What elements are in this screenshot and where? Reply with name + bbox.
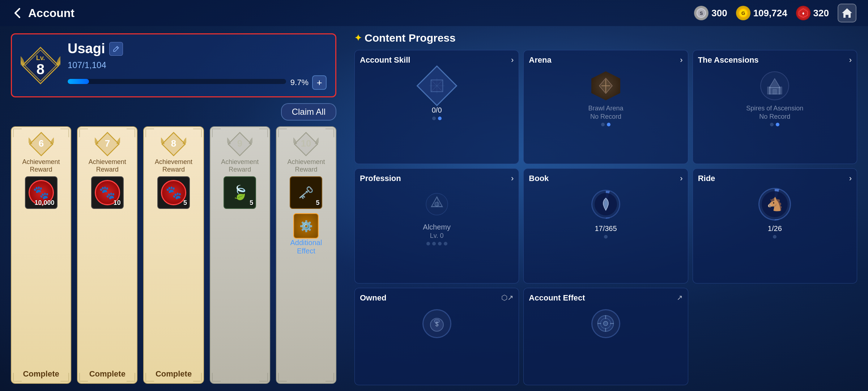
additional-effect-label: Additional Effect xyxy=(280,239,332,255)
top-bar: Account S 300 G 109,724 ♦ 320 xyxy=(0,0,868,26)
ascensions-icon-container xyxy=(757,68,793,104)
reward-label-7: Achievement Reward xyxy=(81,158,133,173)
account-skill-icon xyxy=(419,68,455,104)
left-panel: Lv. 8 Usagi 107/1,104 xyxy=(0,26,347,391)
svg-marker-6 xyxy=(842,8,852,18)
progress-card-owned[interactable]: Owned ⬡↗ $ xyxy=(354,288,519,385)
account-skill-dots xyxy=(432,117,442,120)
key-icon-10: 🗝️ xyxy=(298,185,314,200)
account-effect-icon-container xyxy=(588,306,624,342)
silver-value: 300 xyxy=(711,8,727,19)
reward-card-10: 10 Achievement Reward 🗝️ 5 ⚙️ Additional… xyxy=(276,126,336,384)
claim-all-button[interactable]: Claim All xyxy=(281,103,336,121)
owned-icon-container: $ xyxy=(419,306,455,342)
ascensions-sub1: Spires of Ascension xyxy=(746,105,803,112)
reward-cards: 6 Achievement Reward 🐾 10,000 Complete xyxy=(11,126,336,384)
reward-count-7: 10 xyxy=(114,199,121,207)
ride-value: 1/26 xyxy=(768,224,782,233)
rewards-header: Claim All xyxy=(11,103,336,121)
xp-percent-row: 9.7% + xyxy=(290,75,327,90)
back-button[interactable]: Account xyxy=(12,7,75,20)
profession-icon-container xyxy=(419,186,455,222)
home-icon xyxy=(841,7,853,19)
reward-badge-svg-9: 9 xyxy=(227,131,252,157)
reward-item-7: 🐾 10 xyxy=(91,176,124,209)
reward-badge-svg-6: 6 xyxy=(29,131,54,157)
ascensions-title: The Ascensions xyxy=(698,55,759,65)
leaf-icon-9: 🍃 xyxy=(231,185,248,201)
ruby-icon: ♦ xyxy=(796,6,810,20)
progress-card-profession[interactable]: Profession › Alch xyxy=(354,168,519,283)
reward-item-8: 🐾 5 xyxy=(157,176,190,209)
book-dots xyxy=(604,235,608,239)
reward-card-7: 7 Achievement Reward 🐾 10 Complete xyxy=(77,126,137,384)
gold-value: 109,724 xyxy=(753,8,787,19)
gold-icon: G xyxy=(736,6,750,20)
reward-badge-svg-7: 7 xyxy=(95,131,120,157)
book-circle xyxy=(591,190,620,219)
alchemy-icon xyxy=(422,190,451,219)
reward-level-badge-10: 10 xyxy=(293,131,319,157)
arena-icon-container xyxy=(588,68,624,104)
svg-marker-29 xyxy=(769,79,780,88)
arena-arrow: › xyxy=(680,55,682,65)
profile-name: Usagi xyxy=(68,41,105,56)
ruby-value: 320 xyxy=(813,8,829,19)
account-effect-svg xyxy=(596,314,616,333)
progress-card-book[interactable]: Book › 17/365 xyxy=(523,168,688,283)
progress-card-ride[interactable]: Ride › 🐴 1/26 xyxy=(693,168,857,283)
reward-badge-svg-8: 8 xyxy=(161,131,186,157)
silver-icon: S xyxy=(694,6,709,20)
ascensions-arrow: › xyxy=(849,55,852,65)
profile-card: Lv. 8 Usagi 107/1,104 xyxy=(11,33,336,97)
reward-item-10: 🗝️ 5 xyxy=(290,176,322,209)
ride-arrow: › xyxy=(849,174,852,183)
reward-count-6: 10,000 xyxy=(35,199,55,207)
profile-info: Usagi 107/1,104 9.7% + xyxy=(68,41,327,90)
gold-currency: G 109,724 xyxy=(736,6,787,20)
arena-hex-icon xyxy=(591,71,620,100)
skill-diamond-icon xyxy=(424,73,450,99)
svg-text:$: $ xyxy=(435,321,438,327)
svg-point-34 xyxy=(435,202,439,206)
reward-count-8: 5 xyxy=(183,199,187,207)
svg-text:♦: ♦ xyxy=(802,10,804,16)
owned-external-icon: ⬡↗ xyxy=(501,293,514,302)
svg-text:8: 8 xyxy=(171,138,176,149)
xp-plus-button[interactable]: + xyxy=(312,75,327,90)
reward-status-7: Complete xyxy=(89,366,125,379)
book-value: 17/365 xyxy=(595,224,617,233)
reward-card-8: 8 Achievement Reward 🐾 5 Complete xyxy=(143,126,204,384)
edit-name-button[interactable] xyxy=(109,42,123,56)
reward-label-6: Achievement Reward xyxy=(15,158,67,173)
ascension-svg xyxy=(766,77,784,95)
reward-level-badge-9: 9 xyxy=(227,131,252,157)
arena-dots xyxy=(601,123,610,126)
progress-card-account-skill[interactable]: Account Skill › 0/0 xyxy=(354,50,519,164)
owned-bag-icon: $ xyxy=(422,309,451,338)
back-arrow-icon xyxy=(12,7,25,20)
level-badge: Lv. 8 xyxy=(21,46,60,85)
profile-name-row: Usagi xyxy=(68,41,327,56)
ride-circle: 🐴 xyxy=(758,188,791,220)
account-effect-title: Account Effect xyxy=(529,293,585,303)
ascensions-dots xyxy=(770,123,779,126)
progress-card-ascensions[interactable]: The Ascensions › xyxy=(693,50,857,164)
book-icon-container xyxy=(588,186,624,222)
progress-card-arena[interactable]: Arena › Brawl Arena No Record xyxy=(523,50,688,164)
profession-sub1: Alchemy xyxy=(423,223,451,231)
progress-card-account-effect[interactable]: Account Effect ↗ xyxy=(523,288,688,385)
back-title: Account xyxy=(28,7,75,20)
progress-grid: Account Skill › 0/0 xyxy=(354,50,857,385)
svg-text:10: 10 xyxy=(301,138,311,149)
ride-icon-container: 🐴 xyxy=(757,186,793,222)
horse-icon: 🐴 xyxy=(767,197,783,212)
home-button[interactable] xyxy=(838,4,856,22)
reward-item-6: 🐾 10,000 xyxy=(25,176,58,209)
book-flame-svg xyxy=(599,197,613,211)
xp-bar-fill xyxy=(68,79,89,84)
paw-icon-8: 🐾 xyxy=(161,180,186,205)
svg-rect-30 xyxy=(773,89,776,94)
reward-label-8: Achievement Reward xyxy=(148,158,199,173)
reward-count-9: 5 xyxy=(250,199,253,207)
